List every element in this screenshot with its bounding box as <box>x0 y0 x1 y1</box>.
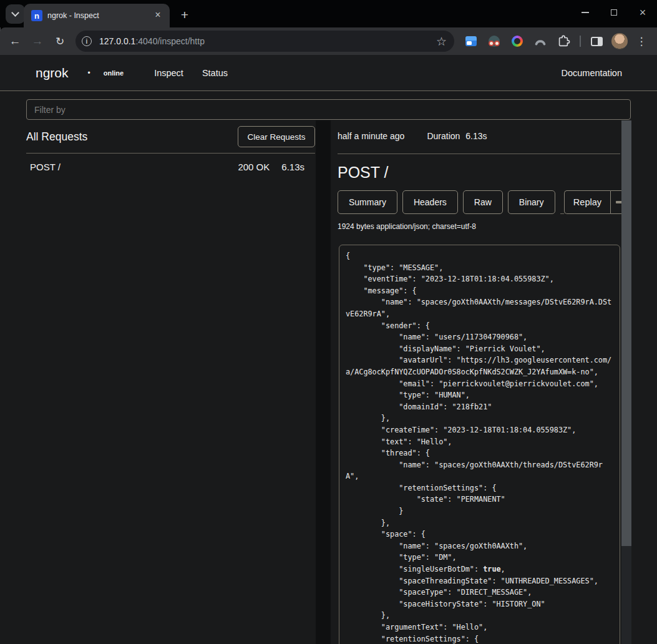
extensions-puzzle-icon[interactable] <box>557 34 570 48</box>
detail-title: POST / <box>338 163 389 182</box>
goggles-glyph <box>489 36 500 47</box>
side-panel-button[interactable] <box>591 37 603 46</box>
detail-divider <box>338 154 620 154</box>
replay-options-icon <box>616 201 622 203</box>
ngrok-favicon-icon: n <box>31 10 42 21</box>
replay-split-button: Replay <box>564 190 627 214</box>
window-maximize-button[interactable] <box>600 0 628 25</box>
json-body: { "type": "MESSAGE", "eventTime": "2023-… <box>346 250 613 644</box>
url-path: :4040/inspect/http <box>135 36 205 46</box>
bookmark-star-icon[interactable]: ☆ <box>436 34 447 49</box>
camera-ring-extension-icon[interactable] <box>510 34 524 48</box>
new-tab-button[interactable]: + <box>176 6 193 24</box>
spy-goggles-extension-icon[interactable] <box>487 34 501 48</box>
request-duration: 6.13s <box>281 162 304 172</box>
detail-scrollbar-track[interactable] <box>621 120 631 644</box>
duration-label: Duration <box>427 131 460 141</box>
site-info-icon[interactable]: i <box>82 36 92 46</box>
tab-raw[interactable]: Raw <box>463 190 503 214</box>
ngrok-brand: ngrok <box>36 66 69 80</box>
tab-search-button[interactable] <box>6 4 25 24</box>
extensions-area <box>464 34 570 48</box>
window-minimize-button[interactable] <box>571 0 600 25</box>
duration-value: 6.13s <box>465 131 487 141</box>
toolbar-separator <box>580 36 581 47</box>
puzzle-glyph <box>557 34 570 48</box>
request-status: 200 OK <box>238 162 270 172</box>
chevron-down-icon <box>11 9 19 17</box>
minimize-icon <box>582 12 589 13</box>
online-status-label: online <box>104 69 124 77</box>
all-requests-title: All Requests <box>26 130 87 144</box>
tab-headers[interactable]: Headers <box>402 190 458 214</box>
request-list-item[interactable]: POST / 200 OK 6.13s <box>26 157 315 176</box>
back-button[interactable]: ← <box>7 34 22 49</box>
replay-button[interactable]: Replay <box>564 190 610 214</box>
content-type-summary: 1924 bytes application/json; charset=utf… <box>338 222 476 231</box>
forward-button[interactable]: → <box>30 34 45 49</box>
screenshot-extension-icon[interactable] <box>464 34 478 48</box>
clear-requests-button[interactable]: Clear Requests <box>238 126 315 147</box>
tab-summary[interactable]: Summary <box>338 190 397 214</box>
request-method-path: POST / <box>30 162 238 172</box>
inspect-page: All Requests Clear Requests POST / 200 O… <box>0 91 657 644</box>
request-detail-panel: half a minute ago Duration 6.13s POST / … <box>331 120 657 644</box>
arc-extension-icon[interactable] <box>533 34 547 48</box>
nav-item-inspect[interactable]: Inspect <box>154 68 183 78</box>
reload-button[interactable]: ↻ <box>52 34 67 49</box>
browser-tab[interactable]: n ngrok - Inspect × <box>24 4 170 27</box>
tab-close-icon[interactable]: × <box>152 10 163 21</box>
tab-binary[interactable]: Binary <box>508 190 555 214</box>
profile-avatar[interactable] <box>611 33 628 49</box>
nav-item-documentation[interactable]: Documentation <box>561 68 622 78</box>
url-text: 127.0.0.1:4040/inspect/http <box>99 36 436 46</box>
nav-item-status[interactable]: Status <box>202 68 228 78</box>
requests-divider <box>26 153 315 154</box>
maximize-icon <box>611 9 617 16</box>
screenshot-glyph <box>465 36 477 46</box>
browser-toolbar: ← → ↻ i 127.0.0.1:4040/inspect/http ☆ ⋮ <box>0 27 657 55</box>
requests-panel-header: All Requests Clear Requests <box>26 125 315 149</box>
window-close-button[interactable]: × <box>628 0 657 25</box>
url-host: 127.0.0.1 <box>99 36 135 46</box>
ngrok-header: ngrok • online Inspect Status Documentat… <box>0 55 657 91</box>
panel-gutter <box>316 120 331 644</box>
browser-tab-strip: n ngrok - Inspect × + × <box>0 0 657 27</box>
detail-tabs: Summary Headers Raw Binary Replay <box>338 190 627 214</box>
browser-menu-kebab-icon[interactable]: ⋮ <box>634 35 649 48</box>
detail-scrollbar-thumb[interactable] <box>621 120 631 546</box>
detail-meta-row: half a minute ago Duration 6.13s <box>338 129 487 144</box>
response-body-box: { "type": "MESSAGE", "eventTime": "2023-… <box>339 245 620 644</box>
filter-input[interactable] <box>26 99 631 120</box>
arc-glyph <box>534 35 547 47</box>
tab-title: ngrok - Inspect <box>47 11 152 20</box>
window-controls: × <box>571 0 657 25</box>
ring-glyph <box>512 36 523 47</box>
request-time-ago: half a minute ago <box>338 131 404 141</box>
online-status-dot: • <box>88 69 90 77</box>
duration-group: Duration 6.13s <box>427 131 487 141</box>
address-bar[interactable]: i 127.0.0.1:4040/inspect/http ☆ <box>75 31 454 52</box>
